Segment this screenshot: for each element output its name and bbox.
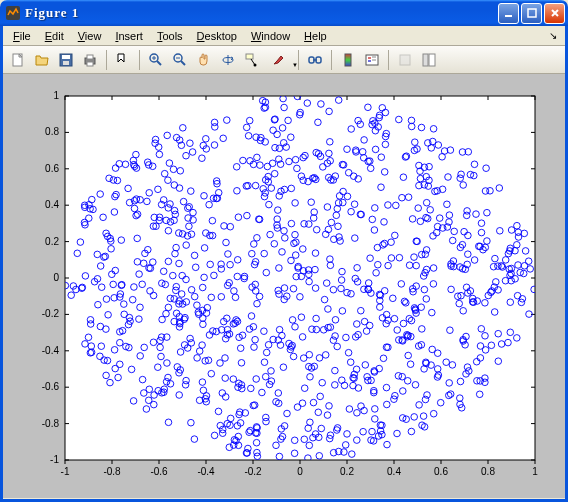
svg-rect-17 bbox=[345, 54, 351, 66]
svg-text:-0.4: -0.4 bbox=[42, 345, 60, 356]
minimize-button[interactable] bbox=[498, 3, 519, 24]
svg-text:0.6: 0.6 bbox=[45, 163, 59, 174]
data-cursor-button[interactable] bbox=[241, 49, 263, 71]
toolbar: ▼ bbox=[3, 46, 565, 74]
menu-edit[interactable]: Edit bbox=[39, 28, 70, 44]
svg-text:0: 0 bbox=[297, 466, 303, 477]
legend-button[interactable] bbox=[361, 49, 383, 71]
hide-plot-tools-button[interactable] bbox=[394, 49, 416, 71]
svg-text:-0.8: -0.8 bbox=[103, 466, 121, 477]
svg-text:-0.2: -0.2 bbox=[244, 466, 262, 477]
maximize-button[interactable] bbox=[521, 3, 542, 24]
svg-rect-21 bbox=[429, 54, 435, 66]
show-plot-tools-button[interactable] bbox=[418, 49, 440, 71]
svg-rect-5 bbox=[62, 55, 70, 59]
window-controls bbox=[498, 3, 565, 24]
svg-text:0.4: 0.4 bbox=[45, 199, 59, 210]
svg-text:-0.6: -0.6 bbox=[42, 381, 60, 392]
svg-rect-2 bbox=[528, 9, 536, 17]
chevron-down-icon: ▼ bbox=[292, 62, 298, 68]
close-button[interactable] bbox=[544, 3, 565, 24]
svg-text:-0.6: -0.6 bbox=[150, 466, 168, 477]
svg-text:-1: -1 bbox=[61, 466, 70, 477]
new-figure-button[interactable] bbox=[7, 49, 29, 71]
svg-text:-1: -1 bbox=[50, 454, 59, 465]
toolbar-separator bbox=[388, 50, 389, 70]
app-icon bbox=[5, 5, 21, 21]
svg-rect-6 bbox=[63, 61, 69, 65]
svg-text:0.2: 0.2 bbox=[45, 236, 59, 247]
window-title: Figure 1 bbox=[25, 5, 498, 21]
svg-rect-8 bbox=[87, 55, 93, 59]
toolbar-separator bbox=[298, 50, 299, 70]
edit-plot-button[interactable] bbox=[112, 49, 134, 71]
menu-bar: File Edit View Insert Tools Desktop Wind… bbox=[3, 26, 565, 46]
zoom-out-button[interactable] bbox=[169, 49, 191, 71]
svg-text:0.8: 0.8 bbox=[481, 466, 495, 477]
dock-grip-icon[interactable]: ↘ bbox=[549, 30, 561, 41]
colorbar-button[interactable] bbox=[337, 49, 359, 71]
open-file-button[interactable] bbox=[31, 49, 53, 71]
axes-container: -1-0.8-0.6-0.4-0.200.20.40.60.81-1-0.8-0… bbox=[15, 84, 553, 488]
menu-window[interactable]: Window bbox=[245, 28, 296, 44]
svg-rect-20 bbox=[423, 54, 428, 66]
svg-text:-0.2: -0.2 bbox=[42, 308, 60, 319]
svg-point-14 bbox=[254, 63, 257, 66]
svg-text:0.8: 0.8 bbox=[45, 126, 59, 137]
svg-rect-1 bbox=[505, 15, 512, 17]
menu-desktop[interactable]: Desktop bbox=[191, 28, 243, 44]
title-bar: Figure 1 bbox=[0, 0, 568, 26]
toolbar-separator bbox=[331, 50, 332, 70]
window-body: File Edit View Insert Tools Desktop Wind… bbox=[0, 26, 568, 502]
zoom-in-button[interactable] bbox=[145, 49, 167, 71]
svg-rect-13 bbox=[246, 54, 253, 59]
rotate-3d-button[interactable] bbox=[217, 49, 239, 71]
pan-button[interactable] bbox=[193, 49, 215, 71]
svg-text:0: 0 bbox=[53, 272, 59, 283]
link-plot-button[interactable] bbox=[304, 49, 326, 71]
figure-canvas[interactable]: -1-0.8-0.6-0.4-0.200.20.40.60.81-1-0.8-0… bbox=[3, 74, 565, 498]
menu-tools[interactable]: Tools bbox=[151, 28, 189, 44]
svg-text:-0.4: -0.4 bbox=[197, 466, 215, 477]
menu-view[interactable]: View bbox=[72, 28, 108, 44]
svg-text:0.6: 0.6 bbox=[434, 466, 448, 477]
scatter-plot: -1-0.8-0.6-0.4-0.200.20.40.60.81-1-0.8-0… bbox=[15, 84, 553, 488]
svg-rect-19 bbox=[400, 55, 410, 65]
svg-text:1: 1 bbox=[53, 90, 59, 101]
svg-text:1: 1 bbox=[532, 466, 538, 477]
menu-help[interactable]: Help bbox=[298, 28, 333, 44]
save-button[interactable] bbox=[55, 49, 77, 71]
svg-text:0.4: 0.4 bbox=[387, 466, 401, 477]
toolbar-separator bbox=[106, 50, 107, 70]
svg-rect-9 bbox=[87, 62, 93, 66]
menu-insert[interactable]: Insert bbox=[109, 28, 149, 44]
toolbar-separator bbox=[139, 50, 140, 70]
brush-button[interactable]: ▼ bbox=[265, 49, 293, 71]
menu-file[interactable]: File bbox=[7, 28, 37, 44]
print-button[interactable] bbox=[79, 49, 101, 71]
svg-text:0.2: 0.2 bbox=[340, 466, 354, 477]
svg-text:-0.8: -0.8 bbox=[42, 418, 60, 429]
